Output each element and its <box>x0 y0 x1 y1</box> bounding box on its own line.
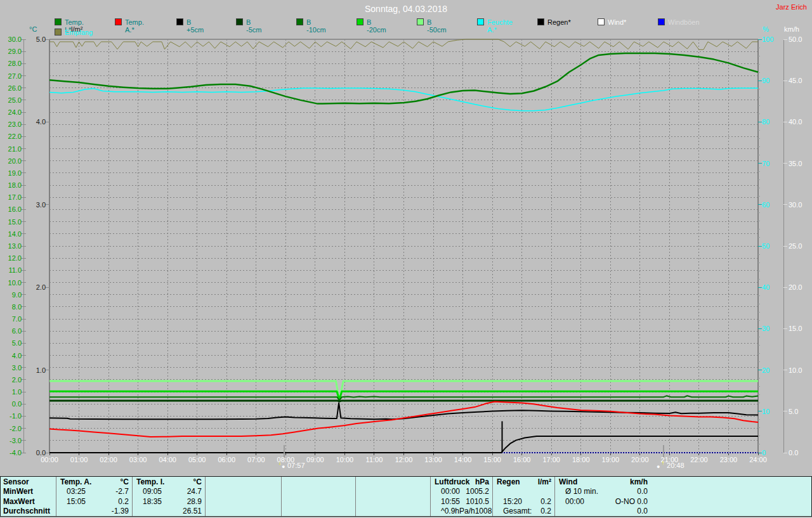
hour-tick-label: 13:00 <box>421 456 446 463</box>
table-cell-value: 28.9 <box>187 497 206 506</box>
table-cell-time: ^0.9hPa/h <box>431 507 475 515</box>
legend-swatch-icon <box>176 18 183 25</box>
moon-rise-icon: ● <box>657 464 660 470</box>
percent-tick-label: 10 <box>762 408 769 415</box>
legend-swatch-icon <box>417 18 424 25</box>
legend-label: Feuchte A.* <box>487 18 513 34</box>
marker-time-label: 20:48 <box>667 462 684 469</box>
kmh-tick-label: 25.0 <box>789 242 802 250</box>
kmh-tick-label: 15.0 <box>789 325 802 332</box>
percent-tick-label: 20 <box>762 366 769 374</box>
hour-tick-label: 11:00 <box>362 456 387 463</box>
table-column-regen: Regenl/m²15:200.2Gesamt:0.2 <box>492 477 554 516</box>
celsius-tick-label: 10.0 <box>3 279 22 287</box>
table-cell-time: Gesamt: <box>493 507 532 515</box>
celsius-tick-label: 23.0 <box>3 120 22 128</box>
kmh-tick-label: 40.0 <box>789 118 802 126</box>
legend-label: Temp. A.* <box>125 18 144 34</box>
celsius-tick-label: -1.0 <box>3 412 22 420</box>
table-row-label: MaxWert <box>1 497 35 506</box>
axis-unit-label: l/m² <box>71 25 82 33</box>
axis-unit-label: % <box>763 25 769 33</box>
table-cell-value: 0.0 <box>637 487 652 496</box>
series-feuchte-a <box>49 88 758 111</box>
weather-station-day-view: { "header": { "title": "Sonntag, 04.03.2… <box>0 0 812 518</box>
chart-canvas <box>0 0 812 482</box>
table-column-unit: km/h <box>630 477 652 486</box>
legend-swatch-icon <box>537 18 544 25</box>
percent-tick-label: 90 <box>762 77 769 84</box>
percent-tick-label: 60 <box>762 201 769 209</box>
series-empfang <box>49 39 758 49</box>
celsius-tick-label: 15.0 <box>3 218 22 226</box>
table-cell-value: 0.2 <box>540 497 555 506</box>
marker-time-label: 07:57 <box>287 462 305 469</box>
table-column-luftdruck: LuftdruckhPa00:001005.210:551010.5^0.9hP… <box>430 477 492 516</box>
series-regen <box>49 436 758 453</box>
hour-tick-label: 24:00 <box>745 456 771 463</box>
lm2-tick-label: 4.0 <box>27 118 46 126</box>
celsius-tick-label: 6.0 <box>3 327 22 335</box>
hour-tick-label: 06:00 <box>214 456 239 463</box>
page-title: Sonntag, 04.03.2018 <box>0 4 812 14</box>
table-column-unit: °C <box>121 477 133 486</box>
kmh-tick-label: 10.0 <box>789 366 802 374</box>
celsius-tick-label: -4.0 <box>3 449 22 456</box>
table-column-unit: hPa <box>475 477 493 486</box>
table-column-unit: l/m² <box>538 477 555 486</box>
table-cell-time: 15:20 <box>493 497 522 506</box>
hour-tick-label: 12:00 <box>391 456 417 463</box>
legend-swatch-icon <box>357 18 363 25</box>
hour-tick-label: 23:00 <box>716 456 741 463</box>
table-column-empty <box>355 477 430 516</box>
table-column-header: Temp. I. <box>133 477 164 486</box>
celsius-tick-label: 12.0 <box>3 254 22 262</box>
celsius-tick-label: 9.0 <box>3 291 22 299</box>
kmh-tick-label: 5.0 <box>789 408 798 415</box>
stats-table: SensorMinWertMaxWertDurchschnittTemp. A.… <box>0 476 812 517</box>
table-cell-time: 00:00 <box>555 497 584 506</box>
legend-label: B -20cm <box>367 18 386 34</box>
legend-swatch-icon <box>115 18 122 25</box>
celsius-tick-label: 21.0 <box>3 145 22 153</box>
table-cell-time: 15:05 <box>56 497 86 506</box>
table-cell-value: 0.0 <box>637 507 652 515</box>
celsius-tick-label: 25.0 <box>3 96 22 104</box>
hour-tick-label: 05:00 <box>185 456 210 463</box>
legend-swatch-icon <box>598 18 605 25</box>
legend-label: B -10cm <box>306 18 326 34</box>
hour-tick-label: 16:00 <box>509 456 535 463</box>
table-cell-time: 18:35 <box>133 497 162 506</box>
percent-tick-label: 80 <box>762 118 769 126</box>
celsius-tick-label: 22.0 <box>3 133 22 140</box>
legend-label: B +5cm <box>187 18 204 34</box>
table-column-temp-i: Temp. I.°C09:0524.718:3528.926.51 <box>132 477 205 516</box>
celsius-tick-label: -3.0 <box>3 437 22 444</box>
table-cell-value: 24.7 <box>187 487 206 496</box>
table-cell-time: 09:05 <box>133 487 162 496</box>
celsius-tick-label: 7.0 <box>3 315 22 323</box>
hour-tick-label: 18:00 <box>568 456 594 463</box>
table-cell-value: 0.2 <box>540 507 555 515</box>
celsius-tick-label: 0.0 <box>3 400 22 408</box>
hour-tick-label: 17:00 <box>539 456 564 463</box>
table-cell-value: 1008.5 <box>475 507 493 515</box>
celsius-tick-label: 19.0 <box>3 169 22 177</box>
marker-arrow-icon: ↓ <box>278 460 282 466</box>
legend-swatch-icon <box>658 18 665 25</box>
celsius-tick-label: 8.0 <box>3 303 22 311</box>
legend-label: B -50cm <box>427 18 447 34</box>
kmh-tick-label: 50.0 <box>789 36 802 43</box>
celsius-tick-label: 28.0 <box>3 60 22 67</box>
legend-label: B -5cm <box>246 18 261 34</box>
table-column-wind: Windkm/hØ 10 min.0.000:00O-NO 0.00.0 <box>554 477 812 516</box>
legend-swatch-icon <box>296 18 303 25</box>
axis-unit-label: °C <box>29 25 37 33</box>
table-cell-value: 0.2 <box>118 497 133 506</box>
legend-swatch-icon <box>55 18 62 25</box>
kmh-tick-label: 20.0 <box>789 283 802 291</box>
hour-tick-label: 04:00 <box>155 456 180 463</box>
celsius-tick-label: 26.0 <box>3 84 22 92</box>
marker-arrow-icon: ↑ <box>662 460 665 466</box>
legend-label: Regen* <box>547 18 571 26</box>
